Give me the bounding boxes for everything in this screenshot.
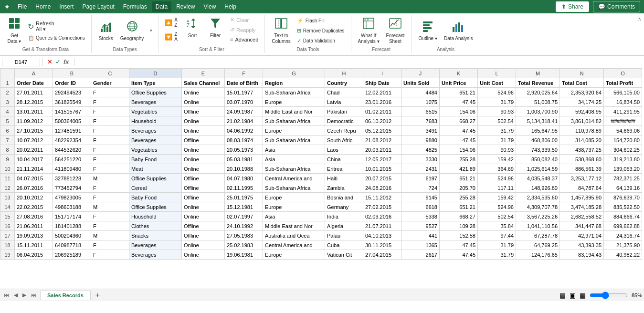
cell[interactable]: 292494523 bbox=[53, 88, 91, 97]
cell[interactable]: ########## bbox=[604, 116, 642, 126]
cell[interactable]: 42,971.04 bbox=[560, 231, 604, 240]
cell[interactable]: Office Supplies bbox=[129, 88, 182, 97]
cell[interactable]: 04.07.2015 bbox=[15, 174, 53, 183]
cell[interactable]: Asia bbox=[263, 155, 325, 164]
cell[interactable]: 6515 bbox=[401, 107, 440, 116]
data-validation-button[interactable]: ✓ Data Validation bbox=[295, 36, 347, 45]
cell[interactable]: 02.11.1995 bbox=[225, 183, 263, 193]
cell[interactable]: 364.69 bbox=[478, 164, 516, 174]
text-to-columns-button[interactable]: Text toColumns bbox=[269, 15, 293, 46]
cell[interactable]: 498603188 bbox=[53, 202, 91, 212]
data-types-expand[interactable]: ▾ bbox=[148, 28, 154, 33]
cell[interactable]: Offline bbox=[182, 174, 225, 183]
cell[interactable]: 411809480 bbox=[53, 164, 91, 174]
cell[interactable]: 668.27 bbox=[440, 212, 478, 221]
cell[interactable]: Office Supplies bbox=[129, 174, 182, 183]
cell[interactable]: 255.28 bbox=[440, 193, 478, 202]
cell[interactable]: 502.54 bbox=[478, 212, 516, 221]
cell[interactable]: M bbox=[91, 202, 129, 212]
sort-button[interactable]: AZ Sort bbox=[182, 15, 203, 40]
cell[interactable]: M bbox=[91, 231, 129, 240]
cell[interactable]: 139,053.20 bbox=[604, 164, 642, 174]
cell[interactable]: 743,339.50 bbox=[516, 145, 560, 155]
cell[interactable]: 19.06.1981 bbox=[225, 250, 263, 260]
cell[interactable]: Sub-Saharan Africa bbox=[263, 136, 325, 145]
cell[interactable]: 10.07.2012 bbox=[15, 136, 53, 145]
cell[interactable]: 3,861,014.82 bbox=[560, 116, 604, 126]
cell[interactable]: 20.10.2012 bbox=[15, 193, 53, 202]
remove-duplicates-button[interactable]: ⊞ Remove Duplicates bbox=[295, 26, 347, 35]
cell[interactable]: 500204360 bbox=[53, 231, 91, 240]
header-cell-B[interactable]: Order ID bbox=[53, 78, 91, 88]
filter-button[interactable]: Filter bbox=[205, 15, 226, 40]
menu-item-help[interactable]: Help bbox=[221, 1, 240, 12]
cell[interactable]: Offline bbox=[182, 193, 225, 202]
cell[interactable]: Beverages bbox=[129, 126, 182, 136]
cell[interactable]: Democratic bbox=[325, 116, 363, 126]
cell[interactable]: 1,457,895.90 bbox=[560, 193, 604, 202]
col-header-d[interactable]: D bbox=[129, 69, 182, 78]
cell[interactable]: Chad bbox=[325, 88, 363, 97]
cell[interactable]: 21.07.2011 bbox=[363, 221, 401, 231]
cell[interactable]: 482292354 bbox=[53, 136, 91, 145]
cell[interactable]: Bosnia and bbox=[325, 193, 363, 202]
cell[interactable]: 110,978.89 bbox=[560, 126, 604, 136]
cell[interactable]: 01.02.2011 bbox=[363, 107, 401, 116]
cell[interactable]: 25.01.1975 bbox=[225, 193, 263, 202]
menu-item-file[interactable]: File bbox=[14, 1, 31, 12]
cell[interactable]: 47.45 bbox=[440, 97, 478, 107]
cell[interactable]: 640987718 bbox=[53, 240, 91, 250]
cell[interactable]: 127481591 bbox=[53, 126, 91, 136]
cell[interactable]: 4484 bbox=[401, 88, 440, 97]
cell[interactable]: 11.09.2012 bbox=[15, 116, 53, 126]
cell[interactable]: 9145 bbox=[401, 193, 440, 202]
cell[interactable]: 319,213.80 bbox=[604, 155, 642, 164]
cell[interactable]: Beverages bbox=[129, 250, 182, 260]
cell[interactable]: Germany bbox=[325, 202, 363, 212]
cell[interactable]: 876,639.70 bbox=[604, 193, 642, 202]
clear-button[interactable]: ✕ Clear bbox=[228, 15, 261, 24]
cell[interactable]: Europe bbox=[263, 97, 325, 107]
cell[interactable]: 3330 bbox=[401, 155, 440, 164]
view-page-layout-icon[interactable]: ▣ bbox=[570, 292, 576, 299]
cell[interactable]: Europe bbox=[263, 202, 325, 212]
cell[interactable]: 04.06.1992 bbox=[225, 126, 263, 136]
header-cell-I[interactable]: Ship Date bbox=[363, 78, 401, 88]
cell[interactable]: 27.10.2015 bbox=[15, 126, 53, 136]
queries-connections-button[interactable]: 📋 Queries & Connections bbox=[26, 34, 87, 42]
cell[interactable]: 159.42 bbox=[478, 193, 516, 202]
sheet-nav-next[interactable]: ▶ bbox=[21, 291, 28, 299]
cell[interactable]: 27.01.2011 bbox=[15, 88, 53, 97]
cell[interactable]: 31.79 bbox=[478, 136, 516, 145]
cell[interactable]: 03.07.1970 bbox=[225, 97, 263, 107]
cell[interactable]: 24.08.2016 bbox=[363, 183, 401, 193]
cell[interactable]: 154.06 bbox=[440, 145, 478, 155]
cell[interactable]: Vegetables bbox=[129, 145, 182, 155]
header-cell-F[interactable]: Date of Birth bbox=[225, 78, 263, 88]
cell[interactable]: Online bbox=[182, 164, 225, 174]
outline-button[interactable]: Outline ▾ bbox=[415, 18, 440, 43]
spreadsheet[interactable]: A B C D E F G H I J K L M N O 1 bbox=[0, 68, 644, 289]
ribbon-collapse-button[interactable]: ∧ bbox=[635, 15, 644, 22]
cell[interactable]: 83,194.43 bbox=[560, 250, 604, 260]
cell[interactable]: 438,737.25 bbox=[560, 145, 604, 155]
cell[interactable]: 421.89 bbox=[440, 164, 478, 174]
col-header-m[interactable]: M bbox=[516, 69, 560, 78]
cell[interactable]: 40,982.22 bbox=[604, 250, 642, 260]
cell[interactable]: 25.02.1983 bbox=[225, 240, 263, 250]
cell[interactable]: Online bbox=[182, 155, 225, 164]
cell[interactable]: 43,393.35 bbox=[560, 240, 604, 250]
col-header-g[interactable]: G bbox=[263, 69, 325, 78]
what-if-button[interactable]: AB What-IfAnalysis ▾ bbox=[355, 15, 382, 46]
cell[interactable]: 1075 bbox=[401, 97, 440, 107]
header-cell-J[interactable]: Units Sold bbox=[401, 78, 440, 88]
cell[interactable]: 181401288 bbox=[53, 221, 91, 231]
cell[interactable]: 304,602.25 bbox=[604, 145, 642, 155]
sheet-nav-last[interactable]: ⏭ bbox=[29, 291, 38, 299]
cell[interactable]: Asia bbox=[263, 145, 325, 155]
cell[interactable]: F bbox=[91, 183, 129, 193]
cell[interactable]: Zambia bbox=[325, 183, 363, 193]
cell[interactable]: 19.09.2013 bbox=[15, 231, 53, 240]
cell[interactable]: 2,682,558.52 bbox=[560, 212, 604, 221]
cell[interactable]: Laos bbox=[325, 145, 363, 155]
